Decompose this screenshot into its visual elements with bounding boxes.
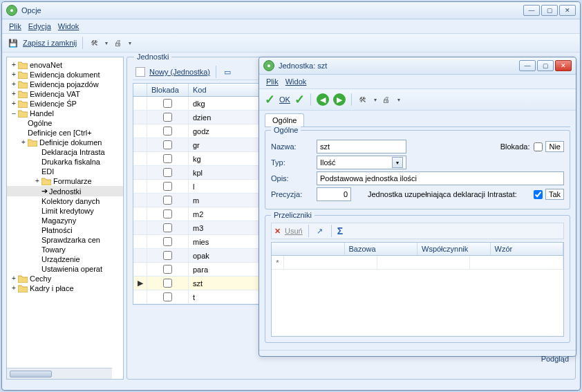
sub-maximize-button[interactable]: ▢ (537, 60, 554, 71)
cell-blokada[interactable] (147, 111, 189, 124)
close-button[interactable]: ✕ (559, 5, 576, 16)
col-marker[interactable] (133, 84, 147, 96)
expand-icon[interactable]: – (10, 109, 18, 118)
print-icon[interactable]: 🖨 (112, 37, 123, 48)
blokada-checkbox[interactable] (163, 182, 172, 191)
blokada-checkbox[interactable] (163, 140, 172, 149)
col-wspolczynnik[interactable]: Współczynnik (417, 243, 491, 255)
typ-combo[interactable]: Ilość ▾ (317, 156, 406, 169)
opis-input[interactable] (317, 171, 564, 185)
tree-item[interactable]: Sprawdzarka cen (7, 235, 123, 245)
blokada-checkbox[interactable] (163, 209, 172, 218)
tree-item[interactable]: +Formularze (7, 176, 123, 186)
minimize-button[interactable]: — (523, 5, 540, 16)
tree-item[interactable]: ➔Jednostki (7, 186, 123, 196)
expand-icon[interactable] (19, 129, 28, 137)
expand-icon[interactable] (33, 236, 41, 244)
tree-item[interactable]: +Ewidencje ŚP (7, 99, 123, 109)
expand-icon[interactable] (33, 226, 41, 234)
blokada-checkbox[interactable] (163, 99, 172, 108)
cell-blokada[interactable] (147, 166, 189, 179)
tree-item[interactable]: Kolektory danych (7, 196, 123, 206)
tree-item[interactable]: +Cechy (7, 274, 123, 283)
expand-icon[interactable] (33, 255, 41, 263)
expand-icon[interactable] (19, 119, 28, 127)
cell-blokada[interactable] (147, 194, 189, 207)
blokada-checkbox[interactable] (534, 142, 543, 151)
tree-item[interactable]: +enovaNet (7, 60, 123, 70)
sub-menu-view[interactable]: Widok (285, 77, 307, 86)
tools-icon[interactable]: 🛠 (88, 37, 100, 48)
cell-blokada[interactable] (147, 152, 189, 165)
cell-blokada[interactable] (147, 207, 189, 221)
preview-button[interactable]: Podgląd (541, 355, 569, 363)
tree-item[interactable]: Towary (7, 245, 123, 254)
tree-item[interactable]: Deklaracja Intrasta (7, 147, 123, 157)
expand-icon[interactable] (33, 158, 41, 166)
tree-item[interactable]: +Definicje dokumen (7, 138, 123, 147)
tree-item[interactable]: Definicje cen [Ctrl+ (7, 128, 123, 138)
tree-item[interactable]: Drukarka fiskalna (7, 157, 123, 167)
col-wzor[interactable]: Wzór (491, 243, 564, 255)
blokada-checkbox[interactable] (163, 279, 172, 288)
sub-close-button[interactable]: ✕ (555, 60, 572, 71)
col-bazowa[interactable]: Bazowa (345, 243, 418, 255)
sub-menu-file[interactable]: Plik (266, 77, 279, 86)
expand-icon[interactable]: + (19, 138, 28, 147)
apply-icon[interactable]: ✓ (294, 92, 305, 107)
print-caret-icon[interactable]: ▾ (129, 40, 131, 46)
tree-item[interactable]: Limit kredytowy (7, 206, 123, 216)
expand-icon[interactable]: + (33, 177, 41, 185)
ok-button[interactable]: OK (279, 95, 290, 104)
expand-icon[interactable]: + (10, 284, 18, 292)
tree-item[interactable]: Magazyny (7, 216, 123, 225)
blokada-checkbox[interactable] (163, 251, 172, 260)
menu-edit[interactable]: Edycja (28, 22, 51, 30)
sub-minimize-button[interactable]: — (519, 60, 536, 71)
blokada-checkbox[interactable] (163, 196, 172, 205)
cell-blokada[interactable] (147, 221, 189, 234)
tools-caret-icon[interactable]: ▾ (105, 40, 108, 46)
tree-item[interactable]: EDI (7, 167, 123, 176)
expand-icon[interactable] (33, 245, 41, 254)
new-item-button[interactable]: Nowy (Jednostka) (149, 68, 210, 76)
blokada-checkbox[interactable] (163, 292, 172, 301)
precyzja-input[interactable] (317, 187, 351, 201)
tree-item[interactable]: +Ewidencja pojazdów (7, 80, 123, 89)
new-row[interactable]: * (272, 256, 563, 270)
cell-blokada[interactable] (147, 263, 189, 276)
maximize-button[interactable]: ▢ (541, 5, 558, 16)
expand-icon[interactable] (33, 197, 41, 205)
expand-icon[interactable] (33, 207, 41, 215)
cell-blokada[interactable] (147, 97, 189, 110)
tree-item[interactable]: Płatności (7, 225, 123, 235)
tree-scrollbar[interactable] (7, 368, 112, 379)
cell-blokada[interactable] (147, 180, 189, 193)
expand-icon[interactable] (33, 265, 41, 273)
nav-forward-icon[interactable]: ▶ (333, 93, 346, 106)
cell-blokada[interactable] (147, 235, 189, 248)
expand-icon[interactable]: + (10, 61, 18, 69)
blokada-checkbox[interactable] (163, 237, 172, 246)
tree-item[interactable]: +Ewidencja dokument (7, 70, 123, 80)
tree-item[interactable]: –Handel (7, 109, 123, 118)
tree-item[interactable]: Ogólne (7, 118, 123, 128)
tree-item[interactable]: +Kadry i płace (7, 283, 123, 293)
tab-ogolne[interactable]: Ogólne (265, 113, 304, 127)
col-blokada[interactable]: Blokada (147, 84, 189, 96)
expand-icon[interactable]: + (10, 274, 18, 283)
delete-button[interactable]: Usuń (285, 227, 303, 235)
sub-tools-icon[interactable]: 🛠 (357, 94, 368, 105)
expand-icon[interactable] (33, 148, 41, 156)
cell-blokada[interactable] (147, 138, 189, 151)
menu-file[interactable]: Plik (9, 22, 21, 30)
blokada-checkbox[interactable] (163, 113, 172, 122)
blokada-checkbox[interactable] (163, 265, 172, 274)
cell-blokada[interactable] (147, 249, 189, 262)
expand-icon[interactable] (33, 216, 41, 225)
save-close-button[interactable]: Zapisz i zamknij (23, 39, 77, 47)
cell-blokada[interactable] (147, 290, 189, 304)
tree-item[interactable]: Urządzenie (7, 254, 123, 264)
tree-item[interactable]: Ustawienia operat (7, 264, 123, 274)
sub-print-caret[interactable]: ▾ (397, 97, 400, 103)
